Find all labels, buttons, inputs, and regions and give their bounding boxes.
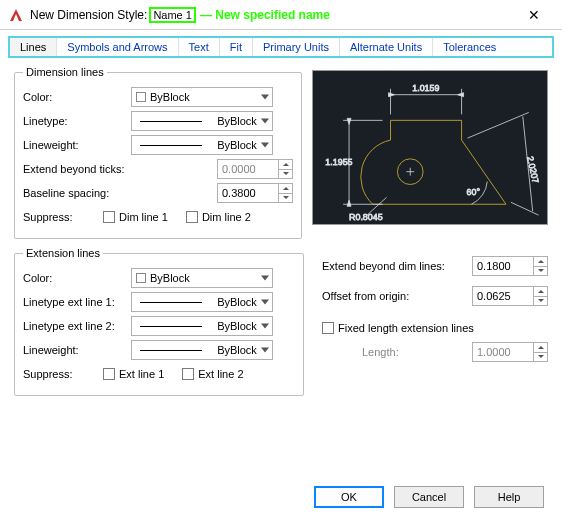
ext-suppress-2[interactable]: Ext line 2 bbox=[182, 368, 243, 380]
ext-linetype1-combo[interactable]: ByBlock bbox=[131, 292, 273, 312]
dim-linetype-label: Linetype: bbox=[23, 115, 131, 127]
extension-lines-legend: Extension lines bbox=[23, 247, 103, 259]
ext-color-label: Color: bbox=[23, 272, 131, 284]
dim-color-combo[interactable]: ByBlock bbox=[131, 87, 273, 107]
title-style-name: Name 1 bbox=[149, 7, 196, 23]
preview-pane: 1.0159 1.1955 2.0207 60° R0.8045 bbox=[312, 70, 548, 225]
tab-bar: Lines Symbols and Arrows Text Fit Primar… bbox=[8, 36, 554, 58]
tab-tolerances[interactable]: Tolerances bbox=[433, 38, 506, 56]
ext-lineweight-label: Lineweight: bbox=[23, 344, 131, 356]
ext-linetype2-combo[interactable]: ByBlock bbox=[131, 316, 273, 336]
tab-alternate-units[interactable]: Alternate Units bbox=[340, 38, 433, 56]
dim-color-label: Color: bbox=[23, 91, 131, 103]
svg-text:1.0159: 1.0159 bbox=[412, 83, 439, 93]
dimension-lines-legend: Dimension lines bbox=[23, 66, 107, 78]
ext-beyond-input[interactable]: 0.1800 bbox=[472, 256, 534, 276]
tab-lines[interactable]: Lines bbox=[10, 38, 57, 56]
tab-text[interactable]: Text bbox=[179, 38, 220, 56]
dim-lineweight-combo[interactable]: ByBlock bbox=[131, 135, 273, 155]
tab-symbols[interactable]: Symbols and Arrows bbox=[57, 38, 178, 56]
dim-lineweight-label: Lineweight: bbox=[23, 139, 131, 151]
dim-extend-input[interactable]: 0.0000 bbox=[217, 159, 279, 179]
ext-beyond-label: Extend beyond dim lines: bbox=[322, 260, 472, 272]
svg-text:60°: 60° bbox=[467, 187, 481, 197]
dim-linetype-combo[interactable]: ByBlock bbox=[131, 111, 273, 131]
dim-extend-spinner[interactable] bbox=[279, 159, 293, 179]
offset-origin-label: Offset from origin: bbox=[322, 290, 472, 302]
dim-baseline-label: Baseline spacing: bbox=[23, 187, 173, 199]
dim-suppress-2[interactable]: Dim line 2 bbox=[186, 211, 251, 223]
ext-suppress-label: Suppress: bbox=[23, 368, 103, 380]
ok-button[interactable]: OK bbox=[314, 486, 384, 508]
dim-extend-label: Extend beyond ticks: bbox=[23, 163, 173, 175]
dim-suppress-label: Suppress: bbox=[23, 211, 103, 223]
dim-baseline-spinner[interactable] bbox=[279, 183, 293, 203]
svg-text:1.1955: 1.1955 bbox=[325, 157, 352, 167]
help-button[interactable]: Help bbox=[474, 486, 544, 508]
ext-linetype1-label: Linetype ext line 1: bbox=[23, 296, 131, 308]
close-button[interactable]: ✕ bbox=[514, 1, 554, 29]
ext-suppress-1[interactable]: Ext line 1 bbox=[103, 368, 164, 380]
cancel-button[interactable]: Cancel bbox=[394, 486, 464, 508]
fixed-length-spinner[interactable] bbox=[534, 342, 548, 362]
tab-fit[interactable]: Fit bbox=[220, 38, 253, 56]
ext-linetype2-label: Linetype ext line 2: bbox=[23, 320, 131, 332]
title-annotation: — New specified name bbox=[200, 8, 330, 22]
svg-text:R0.8045: R0.8045 bbox=[349, 212, 383, 222]
ext-color-combo[interactable]: ByBlock bbox=[131, 268, 273, 288]
svg-text:2.0207: 2.0207 bbox=[525, 155, 540, 184]
offset-origin-spinner[interactable] bbox=[534, 286, 548, 306]
svg-line-9 bbox=[468, 112, 529, 138]
app-logo-icon bbox=[8, 7, 24, 23]
svg-line-10 bbox=[511, 202, 539, 215]
title-prefix: New Dimension Style: bbox=[30, 8, 147, 22]
fixed-length-label: Length: bbox=[322, 346, 472, 358]
ext-beyond-spinner[interactable] bbox=[534, 256, 548, 276]
fixed-length-check[interactable]: Fixed length extension lines bbox=[322, 322, 474, 334]
dim-suppress-1[interactable]: Dim line 1 bbox=[103, 211, 168, 223]
tab-primary-units[interactable]: Primary Units bbox=[253, 38, 340, 56]
fixed-length-input[interactable]: 1.0000 bbox=[472, 342, 534, 362]
dimension-lines-group: Dimension lines Color: ByBlock Linetype:… bbox=[14, 66, 302, 239]
extension-lines-group: Extension lines Color: ByBlock Linetype … bbox=[14, 247, 304, 396]
offset-origin-input[interactable]: 0.0625 bbox=[472, 286, 534, 306]
dim-baseline-input[interactable]: 0.3800 bbox=[217, 183, 279, 203]
ext-lineweight-combo[interactable]: ByBlock bbox=[131, 340, 273, 360]
